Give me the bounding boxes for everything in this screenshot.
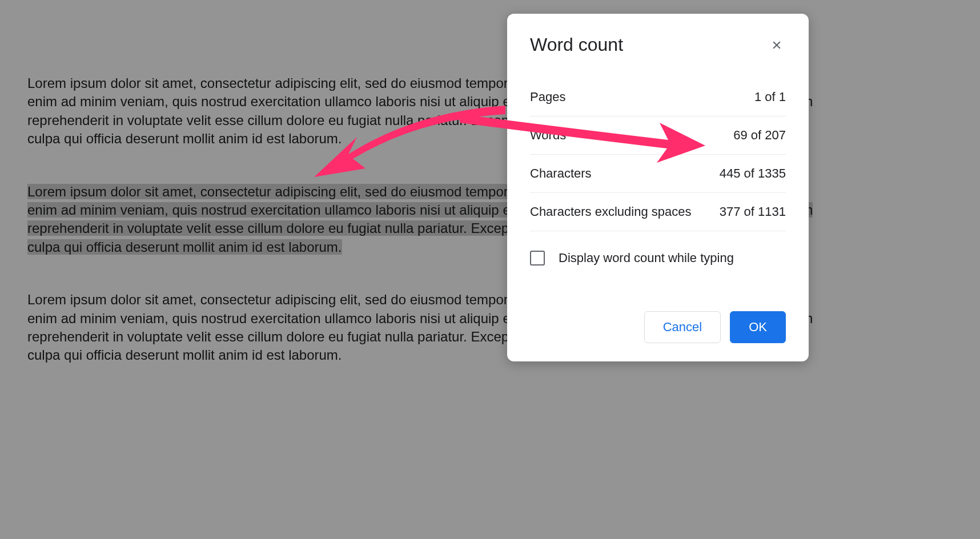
dialog-button-row: Cancel OK xyxy=(530,311,786,343)
document-area: Lorem ipsum dolor sit amet, consectetur … xyxy=(0,0,980,539)
checkbox-label: Display word count while typing xyxy=(559,251,734,266)
display-word-count-checkbox[interactable] xyxy=(530,251,545,266)
word-count-dialog: Word count Pages 1 of 1 Words 69 of 207 … xyxy=(507,14,809,361)
cancel-button[interactable]: Cancel xyxy=(644,311,721,343)
stat-row-words: Words 69 of 207 xyxy=(530,116,786,155)
dialog-header: Word count xyxy=(530,34,786,55)
stat-label: Characters excluding spaces xyxy=(530,204,691,219)
ok-button[interactable]: OK xyxy=(730,311,786,343)
stat-label: Words xyxy=(530,128,566,143)
close-icon xyxy=(771,39,782,51)
stat-row-characters: Characters 445 of 1335 xyxy=(530,155,786,193)
checkbox-row: Display word count while typing xyxy=(530,231,786,277)
stat-row-characters-excluding-spaces: Characters excluding spaces 377 of 1131 xyxy=(530,193,786,231)
stat-label: Characters xyxy=(530,166,592,181)
stat-value: 445 of 1335 xyxy=(720,166,786,181)
stat-label: Pages xyxy=(530,90,565,104)
stat-value: 69 of 207 xyxy=(733,128,786,143)
stat-value: 377 of 1131 xyxy=(720,204,786,219)
stat-value: 1 of 1 xyxy=(754,90,786,104)
stat-row-pages: Pages 1 of 1 xyxy=(530,78,786,116)
close-button[interactable] xyxy=(768,36,786,54)
dialog-title: Word count xyxy=(530,34,623,55)
